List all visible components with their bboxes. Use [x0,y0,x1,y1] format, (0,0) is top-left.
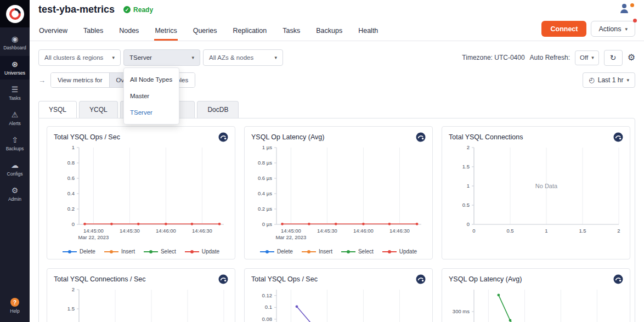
svg-text:0: 0 [472,228,475,234]
auto-refresh-label: Auto Refresh: [530,54,570,61]
configs-icon: ☁ [11,161,19,170]
chart-node-badge-icon[interactable] [218,274,228,284]
admin-icon: ⚙ [12,187,19,195]
chart-plot: 21.510.5000.511.52No Data [449,143,623,246]
chart-node-badge-icon[interactable] [416,274,426,284]
legend-item-update[interactable]: Update [382,248,417,255]
tab-queries[interactable]: Queries [193,25,218,41]
menu-item-tserver[interactable]: TServer [124,104,179,121]
actions-button[interactable]: Actions ▾ [591,21,635,37]
app-root: ◉Dashboard⊛Universes☰Tasks⚠Alerts⇧Backup… [0,0,644,322]
chart-title: Total YSQL Ops / Sec [251,275,318,283]
sidebar-item-alerts[interactable]: ⚠Alerts [0,106,30,130]
chart-node-badge-icon[interactable] [416,132,426,142]
legend-label: Insert [319,248,332,255]
legend-item-update[interactable]: Update [185,248,219,255]
tab-replication[interactable]: Replication [232,25,267,41]
time-range-button[interactable]: ◴ Last 1 hr ▾ [583,72,635,88]
legend-item-delete[interactable]: Delete [260,248,293,255]
status-label: Ready [133,6,153,14]
sidebar-item-help[interactable]: ? Help [0,293,30,318]
main-area: test-yba-metrics ✓ Ready OverviewTablesN… [30,0,644,322]
svg-text:1 µs: 1 µs [262,144,272,150]
sidebar-item-admin[interactable]: ⚙Admin [0,182,30,206]
sidebar-item-backups[interactable]: ⇧Backups [0,132,30,155]
svg-text:0.8 µs: 0.8 µs [258,160,272,166]
tab-nodes[interactable]: Nodes [118,25,139,41]
svg-text:14:45:00: 14:45:00 [281,228,301,234]
connect-button[interactable]: Connect [541,21,586,37]
svg-text:1.5: 1.5 [67,306,75,312]
legend-item-select[interactable]: Select [144,248,176,255]
chart-card: Total YSQL Ops / Sec10.80.60.40.2014:45:… [47,126,235,259]
tab-tables[interactable]: Tables [83,25,104,41]
tab-tasks[interactable]: Tasks [282,25,301,41]
chevron-down-icon: ▾ [626,77,629,83]
chart-card-header: Total YSQL Connections [449,132,623,142]
cluster-region-value: All clusters & regions [44,54,103,61]
chart-card-header: Total YSQL Ops / Sec [251,274,426,284]
svg-text:Mar 22, 2023: Mar 22, 2023 [275,234,306,240]
node-type-menu: All Node TypesMasterTServer [123,67,179,125]
menu-item-all-node-types[interactable]: All Node Types [124,71,179,88]
yugabyte-logo[interactable] [0,0,30,27]
menu-item-master[interactable]: Master [124,88,179,104]
svg-text:1.5: 1.5 [462,163,470,170]
chart-title: Total YSQL Connections / Sec [54,275,145,283]
status-badge: ✓ Ready [123,6,153,14]
metric-tab-docdb[interactable]: DocDB [197,101,239,118]
chart-card-header: Total YSQL Connections / Sec [54,274,228,284]
user-menu[interactable] [620,4,634,14]
legend-label: Delete [80,248,95,255]
legend-item-delete[interactable]: Delete [63,248,95,255]
chart-title: YSQL Op Latency (Avg) [449,275,522,283]
clock-icon: ◴ [589,76,594,84]
legend-label: Update [202,248,219,255]
legend-item-select[interactable]: Select [341,248,374,255]
universe-title: test-yba-metrics [38,4,115,15]
svg-text:14:46:00: 14:46:00 [353,228,374,234]
az-node-select[interactable]: All AZs & nodes ▾ [203,49,283,66]
sidebar-item-label: Configs [7,172,23,177]
legend-line-icon [144,250,158,254]
svg-text:0.5: 0.5 [462,202,470,208]
refresh-button[interactable]: ↻ [604,50,623,66]
settings-gear-icon[interactable]: ⚙ [628,53,635,62]
metric-tab-ycql[interactable]: YCQL [79,101,118,118]
chart-card: Total YSQL Connections21.510.5000.511.52… [442,126,630,259]
tab-backups[interactable]: Backups [315,25,343,41]
sidebar-item-universes[interactable]: ⊛Universes [0,56,30,80]
svg-text:0.1: 0.1 [265,304,272,310]
tab-metrics[interactable]: Metrics [154,25,177,41]
chart-node-badge-icon[interactable] [613,132,623,142]
tab-health[interactable]: Health [358,25,379,41]
auto-refresh-select[interactable]: Off ▾ [575,50,599,65]
metrics-panel: Total YSQL Ops / Sec10.80.60.40.2014:45:… [38,118,635,322]
svg-text:14:46:00: 14:46:00 [156,228,176,234]
sidebar-item-label: Universes [4,71,25,76]
chart-node-badge-icon[interactable] [218,132,228,142]
metric-tab-ysql[interactable]: YSQL [38,101,77,118]
sidebar-nav: ◉Dashboard⊛Universes☰Tasks⚠Alerts⇧Backup… [0,31,30,207]
legend-item-insert[interactable]: Insert [104,248,135,255]
sidebar-item-configs[interactable]: ☁Configs [0,157,30,180]
sidebar: ◉Dashboard⊛Universes☰Tasks⚠Alerts⇧Backup… [0,0,30,322]
universe-tab-bar: OverviewTablesNodesMetricsQueriesReplica… [30,16,644,41]
svg-text:14:45:00: 14:45:00 [83,228,104,234]
chart-card: YSQL Op Latency (Avg)1 µs0.8 µs0.6 µs0.4… [244,126,433,259]
sidebar-item-dashboard[interactable]: ◉Dashboard [0,31,30,54]
chart-node-badge-icon[interactable] [613,274,623,284]
legend-item-insert[interactable]: Insert [302,248,332,255]
charts-grid: Total YSQL Ops / Sec10.80.60.40.2014:45:… [47,126,627,322]
sidebar-item-label: Help [10,309,19,314]
tab-overview[interactable]: Overview [38,25,68,41]
sidebar-item-tasks[interactable]: ☰Tasks [0,81,30,105]
svg-text:14:45:30: 14:45:30 [317,228,337,234]
metric-tab-bar: YSQLYCQLTablet ServerDocDB [30,101,644,118]
node-type-select[interactable]: TServer ▾ [123,49,200,66]
chart-card-header: YSQL Op Latency (Avg) [251,132,426,142]
dashboard-icon: ◉ [12,35,18,43]
svg-text:2: 2 [467,144,470,150]
time-range-value: Last 1 hr [598,76,624,84]
cluster-region-select[interactable]: All clusters & regions ▾ [38,49,121,66]
